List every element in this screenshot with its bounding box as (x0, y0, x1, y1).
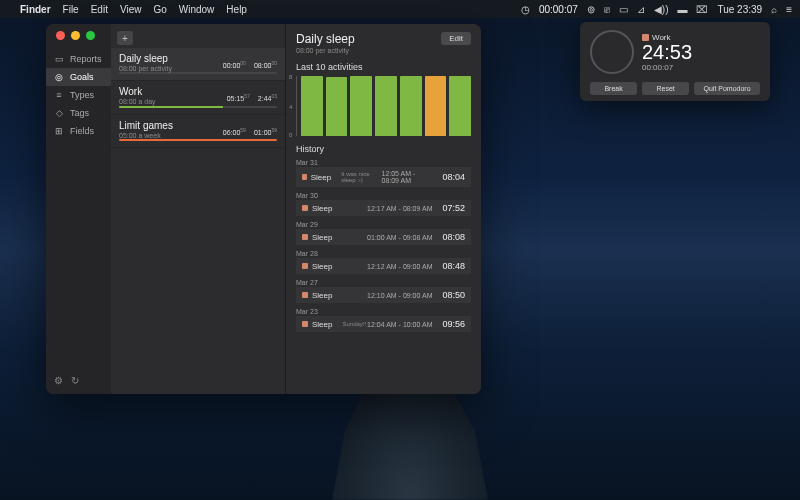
history-row[interactable]: Sleep It was nice sleep :-) 12:05 AM - 0… (296, 167, 471, 187)
history-activity: Sleep (312, 291, 332, 300)
history-time: 12:17 AM - 08:09 AM (367, 205, 432, 212)
chart-bar (301, 76, 323, 136)
search-icon[interactable]: ⌕ (771, 4, 777, 15)
clock[interactable]: Tue 23:39 (717, 4, 762, 15)
add-goal-button[interactable]: + (117, 31, 133, 45)
history-activity: Sleep (312, 262, 332, 271)
reset-button[interactable]: Reset (642, 82, 689, 95)
close-button[interactable] (56, 31, 65, 40)
history-row[interactable]: Sleep 01:00 AM - 09:08 AM 08:08 (296, 229, 471, 245)
sync-icon[interactable]: ↻ (71, 375, 79, 386)
tags-icon: ◇ (54, 108, 64, 118)
flag-icon[interactable]: ▬ (677, 4, 687, 15)
history-date: Mar 28 (296, 250, 471, 257)
detail-subtitle: 08:00 per activity (296, 47, 355, 54)
history-duration: 09:56 (442, 319, 465, 329)
sidebar-item-types[interactable]: ≡Types (46, 86, 111, 104)
section-last-activities: Last 10 activities (296, 62, 471, 72)
history-time: 12:05 AM - 08:09 AM (381, 170, 432, 184)
history-row[interactable]: Sleep 12:12 AM - 09:00 AM 08:48 (296, 258, 471, 274)
activity-dot-icon (302, 292, 308, 298)
activities-chart: 8 4 0 (296, 76, 471, 136)
y-tick-0: 0 (289, 132, 292, 138)
sidebar: ▭Reports ◎Goals ≡Types ◇Tags ⊞Fields ⚙ ↻ (46, 24, 111, 394)
activity-dot-icon (302, 205, 308, 211)
goals-icon: ◎ (54, 72, 64, 82)
history-activity: Sleep (311, 173, 331, 182)
maximize-button[interactable] (86, 31, 95, 40)
goals-list: + Daily sleep 08:00 per activity 00:0000… (111, 24, 286, 394)
window-controls (56, 31, 95, 40)
history-duration: 08:48 (442, 261, 465, 271)
history-duration: 08:50 (442, 290, 465, 300)
activity-dot-icon (302, 263, 308, 269)
cast-icon[interactable]: ⎚ (604, 4, 610, 15)
menu-edit[interactable]: Edit (91, 4, 108, 15)
display-icon[interactable]: ▭ (619, 4, 628, 15)
app-window: ▭Reports ◎Goals ≡Types ◇Tags ⊞Fields ⚙ ↻… (46, 24, 481, 394)
sidebar-item-reports[interactable]: ▭Reports (46, 50, 111, 68)
history-activity: Sleep (312, 204, 332, 213)
minimize-button[interactable] (71, 31, 80, 40)
y-tick-8: 8 (289, 74, 292, 80)
history-date: Mar 30 (296, 192, 471, 199)
history-date: Mar 27 (296, 279, 471, 286)
history-time: 12:12 AM - 09:00 AM (367, 263, 432, 270)
history-time: 01:00 AM - 09:08 AM (367, 234, 432, 241)
menubar: Finder File Edit View Go Window Help ◷ 0… (0, 0, 800, 18)
detail-pane: Daily sleep 08:00 per activity Edit Last… (286, 24, 481, 394)
sidebar-item-goals[interactable]: ◎Goals (46, 68, 111, 86)
goal-item[interactable]: Limit games 05:00 a week 06:005901:0059 (111, 115, 285, 148)
menu-window[interactable]: Window (179, 4, 215, 15)
y-tick-4: 4 (289, 104, 292, 110)
menu-file[interactable]: File (63, 4, 79, 15)
history-date: Mar 23 (296, 308, 471, 315)
history-note: It was nice sleep :-) (341, 171, 381, 183)
history-row[interactable]: Sleep 12:17 AM - 08:09 AM 07:52 (296, 200, 471, 216)
history-row[interactable]: Sleep Sunday!! 12:04 AM - 10:00 AM 09:56 (296, 316, 471, 332)
chart-bar (326, 77, 348, 136)
history-date: Mar 31 (296, 159, 471, 166)
reports-icon: ▭ (54, 54, 64, 64)
history-duration: 07:52 (442, 203, 465, 213)
control-center-icon[interactable]: ≡ (786, 4, 792, 15)
history-time: 12:04 AM - 10:00 AM (367, 321, 432, 328)
activity-dot-icon (302, 174, 307, 180)
pomodoro-widget: Work 24:53 00:00:07 Break Reset Quit Pom… (580, 22, 770, 101)
history-duration: 08:08 (442, 232, 465, 242)
menu-help[interactable]: Help (226, 4, 247, 15)
history-time: 12:10 AM - 09:00 AM (367, 292, 432, 299)
chart-bar (449, 76, 471, 136)
chart-bar (425, 76, 447, 136)
wifi-icon[interactable]: ⊿ (637, 4, 645, 15)
battery-icon[interactable]: ⌧ (696, 4, 708, 15)
goal-item[interactable]: Daily sleep 08:00 per activity 00:000008… (111, 48, 285, 81)
chart-bar (350, 76, 372, 136)
edit-button[interactable]: Edit (441, 32, 471, 45)
menu-view[interactable]: View (120, 4, 142, 15)
work-dot-icon (642, 34, 649, 41)
menu-go[interactable]: Go (153, 4, 166, 15)
gear-icon[interactable]: ⚙ (54, 375, 63, 386)
types-icon: ≡ (54, 90, 64, 100)
quit-pomodoro-button[interactable]: Quit Pomodoro (694, 82, 760, 95)
history-activity: Sleep (312, 233, 332, 242)
pomodoro-elapsed: 00:00:07 (642, 63, 760, 72)
circle-icon[interactable]: ⊚ (587, 4, 595, 15)
chart-bar (375, 76, 397, 136)
history-activity: Sleep (312, 320, 332, 329)
volume-icon[interactable]: ◀︎)) (654, 4, 669, 15)
sidebar-item-tags[interactable]: ◇Tags (46, 104, 111, 122)
app-name[interactable]: Finder (20, 4, 51, 15)
break-button[interactable]: Break (590, 82, 637, 95)
activity-dot-icon (302, 321, 308, 327)
pomodoro-progress-circle (590, 30, 634, 74)
stopwatch-icon[interactable]: ◷ (521, 4, 530, 15)
history-date: Mar 29 (296, 221, 471, 228)
activity-dot-icon (302, 234, 308, 240)
menubar-timer: 00:00:07 (539, 4, 578, 15)
history-row[interactable]: Sleep 12:10 AM - 09:00 AM 08:50 (296, 287, 471, 303)
goal-item[interactable]: Work 08:00 a day 05:15572:4403 (111, 81, 285, 114)
sidebar-item-fields[interactable]: ⊞Fields (46, 122, 111, 140)
detail-title: Daily sleep (296, 32, 355, 46)
